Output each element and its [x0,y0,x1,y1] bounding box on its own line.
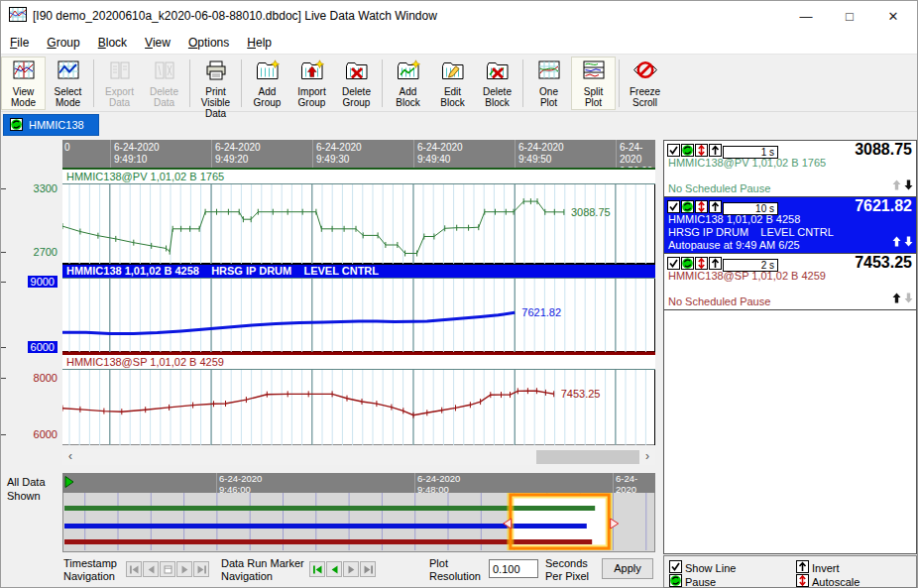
tab-hmmic138[interactable]: HMMIC138 [3,114,99,136]
invert-icon [796,560,809,575]
pause-icon [669,574,682,588]
data-run-nav-prev-button[interactable] [326,561,342,577]
menu-help[interactable]: Help [238,32,281,54]
menu-view[interactable]: View [136,32,179,54]
entry-pause-status: Autopause at 9:49 AM 6/25 [668,239,800,251]
timestamp-navigation-label: Timestamp Navigation [63,557,117,583]
axis-edge-tick [1,347,6,348]
delete-group-button[interactable]: Delete Group [334,57,379,110]
window-title: [I90 demo_20200610a_k2020-06-08-88010.db… [33,9,437,23]
plot-3[interactable]: 7453.25 [62,369,655,444]
horizontal-scrollbar[interactable]: ‹ › [62,449,655,465]
tab-bar: HMMIC138 [1,112,917,138]
add-group-button[interactable]: Add Group [245,57,289,110]
scroll-left-icon[interactable]: ‹ [62,449,78,465]
entry-tag-line: HRSG IP DRUM LEVEL CNTRL [668,226,834,238]
time-tick-partial: 0 [64,142,70,154]
overview-tick-separator [414,473,415,493]
freeze-scroll-button[interactable]: Freeze Scroll [623,57,667,110]
minimize-button[interactable]: — [784,2,828,30]
watch-list-panel: 1 s 3088.75 HMMIC138@PV 1,01,02 B 1765 N… [663,140,917,554]
import-group-button[interactable]: Import Group [289,57,334,110]
close-button[interactable]: ✕ [871,2,915,30]
data-run-nav-last-button[interactable] [360,561,376,577]
toolbar-button-label: Export Data [105,86,134,108]
toolbar-separator [93,59,94,107]
seconds-per-pixel-label: Seconds Per Pixel [545,557,589,583]
app-icon [9,7,27,26]
timestamp-nav-last-button [193,561,209,577]
move-up-icon[interactable] [892,176,901,194]
overview-tick-separator [613,473,614,493]
watch-entry-3[interactable]: 2 s 7453.25 HMMIC138@SP 1,01,02 B 4259 N… [664,254,916,310]
overview-time-tick: 6-24-20209:48:00 [417,474,460,493]
move-up-icon[interactable] [892,233,901,251]
toolbar-button-label: Delete Data [150,86,178,108]
select-mode-button[interactable]: Select Mode [46,57,90,110]
apply-button[interactable]: Apply [602,558,653,579]
scroll-right-icon[interactable]: › [639,449,655,465]
axis-edge-tick [1,434,6,435]
run-marker-right[interactable] [611,519,619,529]
data-run-nav-first-button[interactable] [309,561,325,577]
move-down-icon[interactable] [904,176,913,194]
chart-area: 06-24-20209:49:106-24-20209:49:206-24-20… [62,140,655,445]
chart-title: HMMIC138@PV 1,01,02 B 1765 [62,170,655,183]
add-block-icon [396,59,421,85]
overview-time-header: 6-24-20209:46:006-24-20209:48:006-24-202… [62,473,655,493]
watch-entry-2[interactable]: 10 s 7621.82 HMMIC138 1,01,02 B 4258HRSG… [664,197,916,254]
toolbar-button-label: Add Group [254,86,282,108]
icon-legend: Show Line Pause Invert Autoscale [663,555,917,588]
add-block-button[interactable]: Add Block [386,57,430,110]
axis-edge-tick [1,252,6,253]
edit-block-button[interactable]: Edit Block [430,57,475,110]
chart-title-bar: HMMIC138 1,01,02 B 4258 HRSG IP DRUM LEV… [62,265,655,278]
overview-timeline[interactable]: 6-24-20209:46:006-24-20209:48:006-24-202… [62,473,655,552]
overview-plot[interactable] [62,493,655,552]
y-axis-gutter: 330027009000600080006000 [1,140,62,447]
split-plot-button[interactable]: Split Plot [571,57,616,110]
overview-time-tick: 6-24-20209:46:00 [219,474,262,493]
plot-2[interactable]: 7621.82 [62,278,655,351]
toolbar-button-label: Select Mode [55,86,82,108]
y-axis-label: 6000 [28,341,57,353]
timestamp-navigation-buttons [126,561,210,577]
print-visible-data-button[interactable]: Print Visible Data [193,57,238,110]
entry-tag-line: HMMIC138@PV 1,01,02 B 1765 [668,157,826,169]
timestamp-nav-marker-button [160,561,175,577]
delete-block-button[interactable]: Delete Block [475,57,519,110]
chart-title: HMMIC138@SP 1,01,02 B 4259 [62,355,655,369]
move-down-icon[interactable] [904,233,913,251]
toolbar-button-label: Edit Block [440,86,464,108]
plot-resolution-input[interactable] [489,559,538,578]
maximize-button[interactable]: □ [828,2,871,30]
move-up-icon[interactable] [892,290,901,307]
time-tick-separator [413,140,414,168]
menu-options[interactable]: Options [179,32,238,54]
watch-entry-1[interactable]: 1 s 3088.75 HMMIC138@PV 1,01,02 B 1765 N… [664,141,916,197]
toolbar-separator [189,59,190,107]
scrollbar-thumb[interactable] [536,450,639,464]
menu-file[interactable]: File [1,32,38,54]
menu-bar: FileGroupBlockViewOptionsHelp [1,31,917,55]
data-run-marker-navigation-label: Data Run Marker Navigation [221,557,304,583]
import-group-icon [299,59,325,85]
plot-1[interactable]: 3088.75 [62,183,655,263]
time-tick-separator [616,140,617,168]
menu-block[interactable]: Block [89,32,136,54]
live-data-watch-window: [I90 demo_20200610a_k2020-06-08-88010.db… [0,0,918,588]
move-down-icon[interactable] [904,290,913,307]
toolbar: View ModeSelect ModeExport DataDelete Da… [1,56,917,112]
axis-edge-tick [1,188,6,189]
data-run-nav-next-button[interactable] [343,561,359,577]
edit-block-icon [440,59,466,85]
legend-pause: Pause [669,574,716,588]
one-plot-button[interactable]: One Plot [526,57,571,110]
axis-edge-tick [1,378,6,379]
view-mode-button[interactable]: View Mode [1,57,46,110]
autoscale-icon [796,574,809,588]
timestamp-nav-next-button [176,561,192,577]
entry-pause-status: No Scheduled Pause [668,182,770,194]
menu-group[interactable]: Group [38,32,88,54]
y-axis-label: 9000 [28,276,57,288]
